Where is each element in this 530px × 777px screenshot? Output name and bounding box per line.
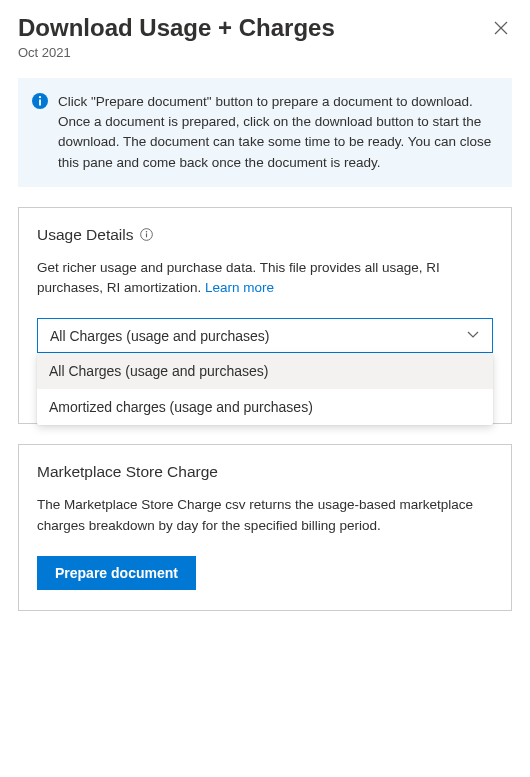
- prepare-document-button[interactable]: Prepare document: [37, 556, 196, 590]
- usage-details-desc: Get richer usage and purchase data. This…: [37, 258, 493, 299]
- marketplace-desc: The Marketplace Store Charge csv returns…: [37, 495, 493, 536]
- charges-dropdown: All Charges (usage and purchases) Amorti…: [37, 353, 493, 425]
- dropdown-option-amortized[interactable]: Amortized charges (usage and purchases): [37, 389, 493, 425]
- chevron-down-icon: [466, 327, 480, 344]
- usage-details-card: Usage Details Get richer usage and purch…: [18, 207, 512, 425]
- close-icon: [494, 21, 508, 35]
- learn-more-link[interactable]: Learn more: [205, 280, 274, 295]
- marketplace-title: Marketplace Store Charge: [37, 463, 218, 481]
- info-icon: [32, 93, 48, 173]
- dropdown-option-all-charges[interactable]: All Charges (usage and purchases): [37, 353, 493, 389]
- info-banner: Click "Prepare document" button to prepa…: [18, 78, 512, 187]
- svg-rect-4: [145, 234, 146, 238]
- page-title: Download Usage + Charges: [18, 14, 335, 43]
- page-subtitle: Oct 2021: [18, 45, 512, 60]
- svg-point-5: [145, 231, 146, 232]
- close-button[interactable]: [490, 18, 512, 40]
- svg-point-2: [39, 96, 41, 98]
- marketplace-card: Marketplace Store Charge The Marketplace…: [18, 444, 512, 611]
- charges-select-value: All Charges (usage and purchases): [50, 328, 269, 344]
- usage-details-title: Usage Details: [37, 226, 134, 244]
- svg-rect-1: [39, 99, 41, 105]
- charges-select[interactable]: All Charges (usage and purchases): [37, 318, 493, 353]
- help-icon[interactable]: [140, 228, 153, 241]
- info-text: Click "Prepare document" button to prepa…: [58, 92, 496, 173]
